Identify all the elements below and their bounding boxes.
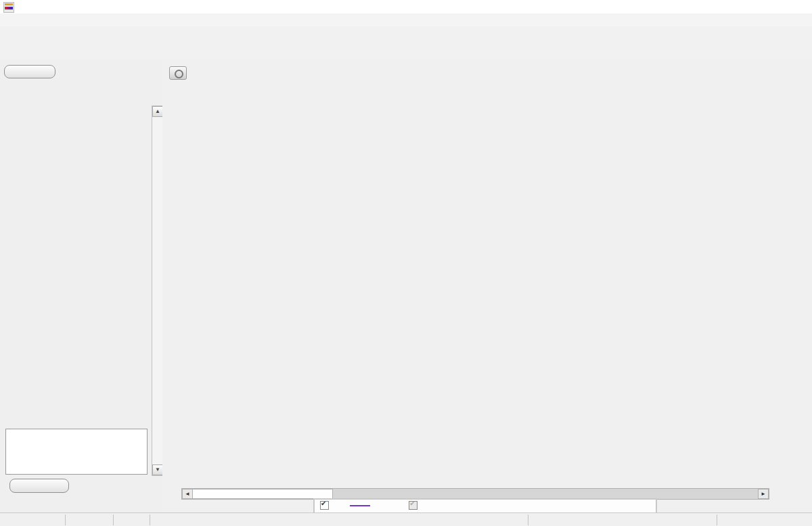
bit-depth-status	[108, 515, 150, 525]
change-cal-button[interactable]	[9, 479, 69, 493]
collapse-button[interactable]	[4, 65, 55, 78]
capture-button[interactable]	[166, 66, 189, 80]
graph-panel: ◄ ►	[162, 59, 812, 512]
status-spacer	[145, 515, 528, 525]
memory-status	[0, 515, 66, 525]
measurements-panel: ▲ ▼	[0, 59, 162, 512]
status-bar	[0, 512, 812, 526]
scroll-up-icon[interactable]: ▲	[152, 106, 163, 117]
measurement-notes-box[interactable]	[5, 429, 148, 475]
title-bar	[0, 0, 812, 14]
frequency-scrollbar-thumb[interactable]	[192, 489, 333, 499]
waterfall-plot[interactable]	[162, 95, 812, 500]
rew-application-window: ▲ ▼ ◄ ►	[0, 0, 812, 526]
scroll-right-icon[interactable]: ►	[758, 489, 769, 499]
menu-bar	[0, 14, 812, 27]
trace-visible-checkbox[interactable]	[320, 501, 329, 510]
scroll-left-icon[interactable]: ◄	[182, 489, 193, 499]
overlay-checkbox[interactable]	[409, 501, 418, 510]
app-icon	[3, 2, 14, 13]
toolbar	[0, 26, 812, 60]
minimize-button[interactable]	[741, 0, 761, 13]
scroll-down-icon[interactable]: ▼	[152, 464, 163, 475]
status-spacer	[523, 515, 717, 525]
close-button[interactable]	[792, 0, 812, 13]
camera-icon	[169, 66, 187, 80]
trace-line-sample	[350, 505, 370, 506]
sample-rate-status	[60, 515, 114, 525]
maximize-button[interactable]	[767, 0, 787, 13]
